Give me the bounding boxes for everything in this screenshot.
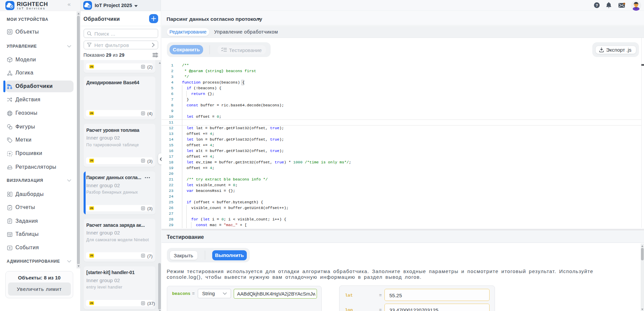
svg-text:?: ? <box>595 3 598 7</box>
